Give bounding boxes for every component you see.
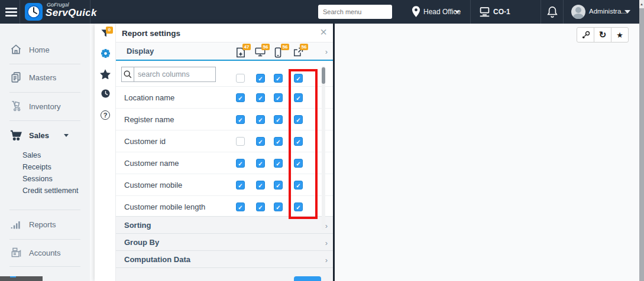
hamburger-menu-icon[interactable] [5,8,17,17]
checkbox-checked[interactable] [274,74,283,83]
app-screen: GoFrugal ServQuick Head Office CO-1 Admi… [0,0,644,281]
checkbox-checked[interactable] [274,202,283,211]
page-scrollbar[interactable] [639,0,644,281]
cart-icon [9,129,22,141]
panel-main: Report settings Display 47 56 56 [116,24,333,281]
desktop-counter: 56 [255,45,273,59]
apply-button[interactable] [294,276,321,281]
checkbox-checked[interactable] [274,115,283,124]
sidebar-item-accounts[interactable]: Accounts [0,244,90,262]
divider [9,120,80,121]
close-icon[interactable] [320,25,327,39]
sidebar-item-sales[interactable]: Sales [0,126,90,144]
count-badge: 56 [261,44,270,50]
sidebar-subitem-sessions[interactable]: Sessions [22,173,53,185]
panel-icon-rail: 0 [95,24,116,281]
checkbox-checked[interactable] [274,93,283,102]
checkbox-checked[interactable] [236,159,245,168]
register-selector[interactable]: CO-1 [493,8,510,16]
checkbox-checked[interactable] [256,115,265,124]
checkbox-checked[interactable] [274,181,283,189]
panel-scrollbar-thumb[interactable] [322,67,325,84]
divider [470,0,471,24]
menu-search-input[interactable] [318,8,408,15]
sidebar-subitem-credit-settlement[interactable]: Credit settlement [22,185,78,197]
sidebar-item-masters[interactable]: Masters [0,68,90,86]
checkbox-checked[interactable] [236,93,245,102]
servquick-logo-icon[interactable] [25,3,43,23]
checkbox-checked[interactable] [274,159,283,168]
menu-search-box [318,5,392,19]
user-avatar[interactable] [571,5,585,19]
brand-wordmark: GoFrugal ServQuick [46,2,97,18]
home-icon [9,44,22,55]
report-settings-panel: 0 Report settings Display [95,24,333,281]
count-badge: 47 [242,44,251,50]
user-menu[interactable]: Administra... [589,8,627,15]
checkbox-checked[interactable] [256,181,265,189]
scroll-up-arrow-icon[interactable] [639,0,644,8]
sidebar-item-label: Masters [29,73,56,82]
search-icon [121,67,134,82]
checkbox-unchecked[interactable] [236,74,245,83]
accounts-icon [9,247,22,259]
checkbox-checked[interactable] [294,137,303,146]
gear-icon[interactable] [95,48,116,61]
notifications-bell-icon[interactable] [547,6,558,18]
checkbox-checked[interactable] [294,159,303,168]
checkbox-checked[interactable] [236,115,245,124]
top-bar: GoFrugal ServQuick Head Office CO-1 Admi… [0,0,639,24]
checkbox-checked[interactable] [256,137,265,146]
favorite-button[interactable] [611,27,629,43]
checkbox-checked[interactable] [294,93,303,102]
checkbox-checked[interactable] [256,202,265,211]
section-group-by[interactable]: Group By [116,233,333,250]
chevron-down-icon[interactable] [624,10,630,14]
flow-icon [581,31,590,40]
section-label: Display [127,47,154,55]
help-icon[interactable] [95,109,116,120]
chevron-right-icon [325,238,328,247]
checkbox-checked[interactable] [294,181,303,189]
checkbox-checked[interactable] [256,93,265,102]
divider [20,0,20,24]
section-display[interactable]: Display 47 56 56 56 [116,43,333,61]
column-label: Register name [124,115,174,124]
divider [9,64,80,64]
register-icon [479,6,490,17]
section-sorting[interactable]: Sorting [116,216,333,233]
checkbox-checked[interactable] [274,137,283,146]
divider [9,92,80,93]
sidebar-subitem-sales[interactable]: Sales [22,149,41,161]
checkbox-checked[interactable] [256,159,265,168]
chevron-down-icon[interactable] [455,11,459,14]
checkbox-checked[interactable] [294,115,303,124]
history-clock-icon[interactable] [95,89,116,101]
sidebar-subitem-receipts[interactable]: Receipts [22,161,51,173]
count-badge: 56 [281,44,289,50]
sidebar-item-label: Sales [29,131,49,140]
column-row: Register name [116,109,333,130]
section-computation-data[interactable]: Computation Data [116,250,333,267]
checkbox-checked[interactable] [256,74,265,83]
divider [9,239,80,240]
column-row: Customer mobile [116,174,333,196]
sidebar-item-home[interactable]: Home [0,41,90,58]
column-rows: Location nameRegister nameCustomer idCus… [116,87,333,216]
checkbox-checked[interactable] [236,181,245,189]
column-row: Customer mobile length [116,196,333,216]
sidebar-item-reports[interactable]: Reports [0,215,90,233]
refresh-button[interactable] [594,27,611,43]
checkbox-unchecked[interactable] [236,137,245,146]
sidebar-nav: Home Masters Inventory Sales Sales Recei… [0,24,90,281]
checkbox-checked[interactable] [294,202,303,211]
checkbox-checked[interactable] [294,74,303,83]
flow-button[interactable] [577,27,594,43]
column-search-input[interactable] [134,67,216,82]
checkbox-checked[interactable] [236,202,245,211]
star-icon[interactable] [95,69,116,81]
column-row: Customer name [116,152,333,174]
sidebar-item-inventory[interactable]: Inventory [0,97,90,115]
location-pin-icon [412,5,420,18]
panel-scrollbar[interactable] [322,66,325,230]
